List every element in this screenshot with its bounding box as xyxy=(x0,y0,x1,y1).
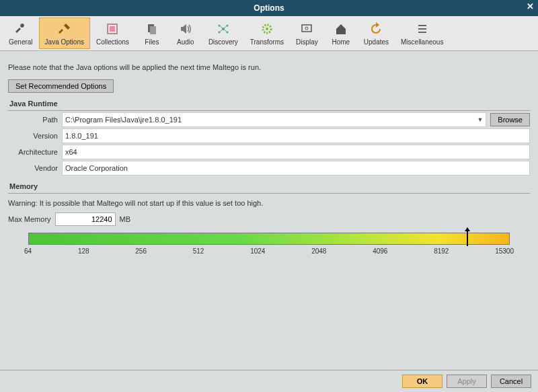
tab-label: Audio xyxy=(177,38,194,46)
path-label: Path xyxy=(8,116,62,124)
content-area: Please note that the Java options will b… xyxy=(0,51,538,370)
grid-icon xyxy=(104,21,120,37)
tab-files[interactable]: Files xyxy=(135,17,169,49)
tools-icon xyxy=(56,21,73,37)
network-icon xyxy=(215,21,231,37)
tab-updates[interactable]: Updates xyxy=(358,17,395,49)
java-runtime-title: Java Runtime xyxy=(8,100,530,108)
display-icon xyxy=(299,21,315,37)
memory-unit: MB xyxy=(120,215,131,223)
tab-general[interactable]: General xyxy=(3,17,39,49)
gear-icon xyxy=(259,21,275,37)
set-recommended-button[interactable]: Set Recommended Options xyxy=(8,79,114,93)
svg-rect-14 xyxy=(418,28,426,30)
ok-button[interactable]: OK xyxy=(402,375,443,388)
memory-warning: Warning: It is possible that Maltego wil… xyxy=(8,199,530,207)
max-memory-input[interactable] xyxy=(55,212,116,226)
svg-rect-1 xyxy=(110,26,115,32)
vendor-field: Oracle Corporation xyxy=(62,161,530,175)
max-memory-label: Max Memory xyxy=(8,215,51,223)
svg-point-10 xyxy=(266,28,268,30)
vendor-label: Vendor xyxy=(8,164,62,172)
tab-label: Files xyxy=(145,38,159,46)
titlebar: Options ✕ xyxy=(0,0,538,16)
tab-collections[interactable]: Collections xyxy=(90,17,135,49)
tab-label: Home xyxy=(332,38,350,46)
wrench-icon xyxy=(13,21,29,37)
apply-note: Please note that the Java options will b… xyxy=(8,63,530,71)
tab-home[interactable]: Home xyxy=(324,17,358,49)
list-icon xyxy=(414,21,430,37)
svg-rect-13 xyxy=(418,25,426,26)
path-value: C:\Program Files\Java\jre1.8.0_191 xyxy=(65,116,182,124)
home-icon xyxy=(333,21,349,37)
cancel-button[interactable]: Cancel xyxy=(491,375,531,388)
tab-discovery[interactable]: Discovery xyxy=(202,17,244,49)
tab-label: Miscellaneous xyxy=(401,38,443,46)
files-icon xyxy=(144,21,160,37)
svg-rect-11 xyxy=(302,25,311,32)
slider-ticks: 64 128 256 512 1024 2048 4096 8192 15300 xyxy=(24,247,514,255)
memory-slider[interactable] xyxy=(28,233,510,245)
window-title: Options xyxy=(254,3,284,13)
tab-label: Transforms xyxy=(250,38,284,46)
java-runtime-group: Java Runtime Path C:\Program Files\Java\… xyxy=(8,100,530,175)
arch-label: Architecture xyxy=(8,148,62,156)
browse-button[interactable]: Browse xyxy=(490,113,530,126)
tab-audio[interactable]: Audio xyxy=(169,17,202,49)
footer: OK Apply Cancel xyxy=(0,370,538,392)
svg-rect-15 xyxy=(418,32,426,33)
tab-label: Display xyxy=(296,38,318,46)
toolbar: General Java Options Collections Files A… xyxy=(0,16,538,51)
close-icon[interactable]: ✕ xyxy=(527,1,534,11)
speaker-icon xyxy=(178,21,194,37)
tab-java-options[interactable]: Java Options xyxy=(39,17,90,49)
tab-label: General xyxy=(9,38,33,46)
svg-point-12 xyxy=(305,27,308,30)
tab-label: Collections xyxy=(96,38,129,46)
tab-label: Updates xyxy=(364,38,389,46)
memory-title: Memory xyxy=(8,182,530,190)
tab-display[interactable]: Display xyxy=(290,17,324,49)
chevron-down-icon: ▼ xyxy=(477,116,483,123)
refresh-icon xyxy=(368,21,384,37)
version-field: 1.8.0_191 xyxy=(62,128,530,143)
version-label: Version xyxy=(8,132,62,140)
memory-group: Memory Warning: It is possible that Malt… xyxy=(8,182,530,255)
svg-rect-3 xyxy=(150,26,156,34)
path-dropdown[interactable]: C:\Program Files\Java\jre1.8.0_191 ▼ xyxy=(62,112,486,127)
apply-button[interactable]: Apply xyxy=(447,375,487,388)
arch-field: x64 xyxy=(62,145,530,159)
tab-transforms[interactable]: Transforms xyxy=(244,17,290,49)
tab-misc[interactable]: Miscellaneous xyxy=(395,17,449,49)
tab-label: Java Options xyxy=(45,38,84,46)
tab-label: Discovery xyxy=(208,38,238,46)
